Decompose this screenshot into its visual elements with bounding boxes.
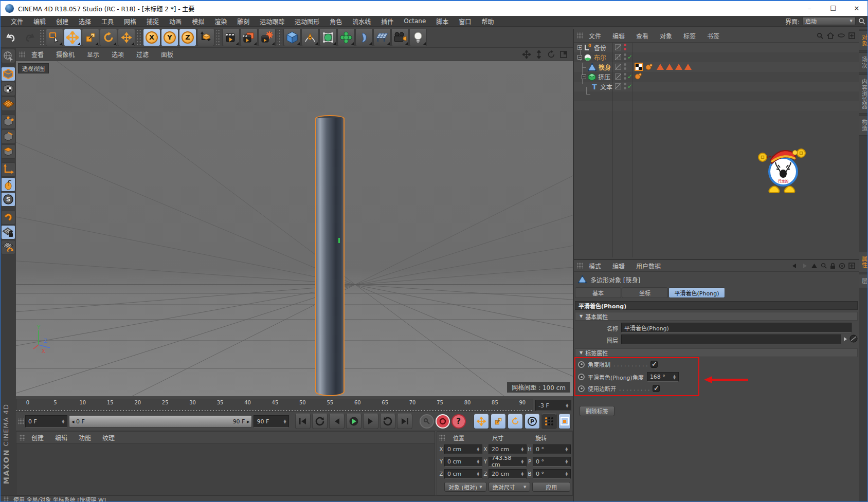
pos-z-field[interactable]: 0 cm▲▼ [444, 469, 482, 479]
om-add-panel-icon[interactable] [848, 32, 855, 39]
scale-tool[interactable] [82, 29, 99, 46]
tab-layers[interactable]: 层 [859, 274, 868, 288]
workplane-mode-button[interactable] [1, 97, 15, 111]
object-row-boole[interactable]: − 布尔 [577, 52, 606, 62]
edges-mode-button[interactable] [1, 129, 15, 144]
selection-tag-icon[interactable] [666, 64, 673, 70]
tab-structure[interactable]: 构造 [859, 115, 868, 136]
menu-motion-tracker[interactable]: 运动跟踪 [255, 17, 290, 26]
om-menu-tag[interactable]: 标签 [678, 31, 701, 40]
layer-toggle-icon[interactable] [615, 73, 621, 80]
keyframe-selection-button[interactable] [558, 414, 571, 429]
menu-character[interactable]: 角色 [324, 17, 347, 26]
rot-p-field[interactable]: 0 °▲▼ [533, 457, 571, 467]
rotate-tool[interactable] [100, 29, 117, 46]
tab-takes[interactable]: 场次 [859, 52, 868, 73]
om-menu-edit[interactable]: 编辑 [607, 31, 630, 40]
live-selection-tool[interactable] [46, 29, 63, 46]
panel-grip[interactable] [18, 418, 24, 424]
menu-pipeline[interactable]: 流水线 [347, 17, 376, 26]
go-to-start-button[interactable] [295, 414, 311, 429]
viewport-solo-button[interactable] [1, 177, 15, 192]
spinner-arrows-icon[interactable]: ▲▼ [284, 419, 286, 424]
render-visibility-dot[interactable] [624, 77, 626, 80]
delete-tag-button[interactable]: 删除标签 [580, 406, 614, 416]
vp-menu-options[interactable]: 选项 [106, 50, 130, 59]
pos-x-field[interactable]: 0 cm▲▼ [444, 444, 482, 454]
light-object-button[interactable] [409, 29, 427, 46]
history-forward-icon[interactable] [801, 263, 808, 269]
move-tool[interactable] [64, 29, 81, 46]
panel-grip[interactable] [577, 32, 583, 39]
position-mode-dropdown[interactable]: 对象 (相对)▼ [444, 482, 486, 492]
coordinate-system-button[interactable] [197, 29, 214, 46]
vp-menu-view[interactable]: 查看 [26, 50, 49, 59]
object-row-backup[interactable]: + 0 备份 [577, 43, 606, 52]
redo-button[interactable] [21, 29, 38, 46]
dolly-view-icon[interactable] [535, 50, 543, 59]
tag-properties-group[interactable]: ▼标签属性 [575, 348, 858, 357]
menu-select[interactable]: 选择 [74, 17, 96, 26]
menu-script[interactable]: 脚本 [431, 17, 454, 26]
render-to-picture-viewer-button[interactable] [240, 29, 258, 46]
expand-icon[interactable]: + [577, 45, 582, 50]
attr-menu-userdata[interactable]: 用户数据 [631, 262, 666, 270]
tab-objects[interactable]: 对象 [859, 30, 868, 51]
model-mode-button[interactable] [1, 67, 15, 81]
menu-edit[interactable]: 编辑 [28, 17, 51, 26]
points-mode-button[interactable] [1, 115, 15, 129]
tab-basic[interactable]: 基本 [575, 287, 621, 298]
mat-menu-create[interactable]: 创建 [26, 433, 49, 442]
render-visibility-dot[interactable] [624, 48, 626, 50]
vp-menu-filter[interactable]: 过滤 [131, 50, 154, 59]
render-visibility-dot[interactable] [624, 58, 626, 60]
om-menu-view[interactable]: 查看 [631, 31, 654, 40]
panel-grip[interactable] [4, 496, 9, 502]
mat-menu-texture[interactable]: 纹理 [97, 433, 120, 442]
snap-magnet-button[interactable] [1, 210, 15, 225]
enable-check-icon[interactable]: ✓ [627, 83, 632, 90]
track-icon[interactable] [839, 263, 845, 269]
rot-h-field[interactable]: 0 °▲▼ [533, 444, 571, 454]
basic-properties-group[interactable]: ▼基本属性 [575, 312, 858, 321]
pos-y-field[interactable]: 0 cm▲▼ [444, 457, 482, 467]
lock-y-axis-button[interactable]: Y [161, 29, 178, 46]
menu-mograph[interactable]: 运动图形 [290, 17, 324, 26]
spinner-arrows-icon[interactable]: ▲▼ [62, 419, 64, 424]
tab-phong[interactable]: 平滑着色(Phong) [668, 287, 725, 298]
menu-animate[interactable]: 动画 [164, 17, 187, 26]
menu-file[interactable]: 文件 [6, 17, 28, 26]
selection-tag-icon[interactable] [675, 64, 682, 70]
editor-visibility-dot[interactable] [624, 63, 626, 66]
key-scale-toggle[interactable] [491, 414, 506, 429]
floor-object-button[interactable] [373, 29, 391, 46]
record-key-button[interactable] [420, 414, 434, 429]
editor-visibility-dot[interactable] [624, 53, 626, 56]
menu-sculpt[interactable]: 雕刻 [232, 17, 255, 26]
timeline-ruler[interactable]: 0 5 10 15 20 25 30 35 40 45 50 55 60 65 … [16, 399, 533, 412]
field-object-button[interactable] [355, 29, 373, 46]
panel-grip[interactable] [439, 435, 445, 441]
om-search-icon[interactable] [817, 32, 823, 39]
add-cube-primitive-button[interactable] [283, 29, 301, 46]
menu-octane[interactable]: Octane [399, 17, 431, 25]
om-menu-bookmark[interactable]: 书签 [702, 31, 725, 40]
play-backwards-button[interactable] [312, 414, 328, 429]
menu-help[interactable]: 帮助 [476, 17, 499, 26]
editor-visibility-dot[interactable] [624, 73, 626, 76]
lock-icon[interactable] [830, 263, 836, 269]
undo-button[interactable] [3, 29, 20, 46]
selection-tag-icon[interactable] [657, 64, 664, 70]
go-to-end-button[interactable] [397, 414, 412, 429]
phong-tag-icon[interactable] [635, 72, 642, 80]
collapse-icon[interactable]: − [582, 75, 586, 79]
make-editable-button[interactable] [1, 49, 15, 63]
menu-tools[interactable]: 工具 [96, 17, 119, 26]
attr-add-panel-icon[interactable] [848, 263, 855, 269]
toggle-panel-icon[interactable] [559, 50, 568, 59]
tab-coordinates[interactable]: 坐标 [622, 287, 668, 298]
quantize-button[interactable] [1, 240, 15, 254]
subdivision-surface-button[interactable] [319, 29, 337, 46]
play-forwards-loop-button[interactable] [380, 414, 395, 429]
enable-check-icon[interactable]: ✓ [627, 73, 632, 80]
